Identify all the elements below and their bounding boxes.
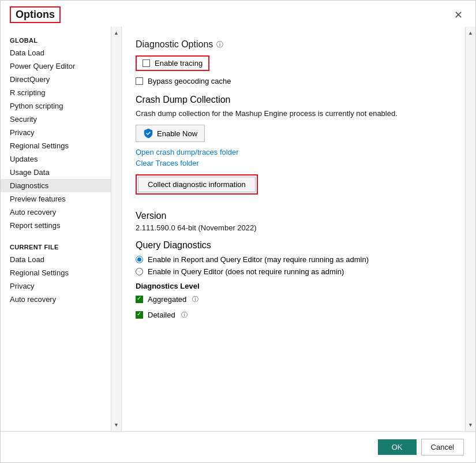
sidebar-item-diagnostics[interactable]: Diagnostics	[1, 179, 111, 192]
current-file-section-label: CURRENT FILE	[1, 238, 111, 253]
sidebar-item-usage-data[interactable]: Usage Data	[1, 166, 111, 179]
sidebar-scrollbar: ▲ ▼	[111, 27, 121, 431]
open-crash-dump-link[interactable]: Open crash dump/traces folder	[136, 148, 451, 156]
sidebar-item-power-query-editor[interactable]: Power Query Editor	[1, 59, 111, 73]
diagnostics-level-title: Diagnostics Level	[136, 282, 451, 290]
global-section-label: GLOBAL	[1, 31, 111, 46]
sidebar-scroll-up[interactable]: ▲	[111, 28, 121, 38]
sidebar-item-cf-regional-settings[interactable]: Regional Settings	[1, 266, 111, 279]
crash-dump-desc: Crash dump collection for the Mashup Eng…	[136, 109, 451, 119]
radio-enable-query-only[interactable]	[136, 268, 143, 275]
sidebar-item-preview-features[interactable]: Preview features	[1, 192, 111, 206]
bypass-geocoding-label: Bypass geocoding cache	[148, 77, 231, 85]
dialog-body: GLOBAL Data Load Power Query Editor Dire…	[1, 27, 475, 431]
query-diagnostics-section: Query Diagnostics Enable in Report and Q…	[136, 240, 451, 320]
shield-icon	[143, 128, 153, 139]
enable-now-label: Enable Now	[157, 129, 197, 138]
enable-tracing-checkbox[interactable]	[143, 59, 150, 67]
ok-button[interactable]: OK	[378, 439, 417, 455]
radio-label-2: Enable in Query Editor (does not require…	[148, 267, 344, 276]
content-scroll-down[interactable]: ▼	[466, 420, 475, 430]
aggregated-row: Aggregated ⓘ	[136, 294, 451, 305]
crash-dump-section: Crash Dump Collection Crash dump collect…	[136, 95, 451, 203]
crash-dump-title: Crash Dump Collection	[136, 95, 451, 105]
cancel-button[interactable]: Cancel	[421, 439, 464, 455]
aggregated-info-icon[interactable]: ⓘ	[192, 295, 198, 304]
content-area: Diagnostic Options ⓘ Enable tracing Bypa…	[122, 27, 475, 431]
content-scroll-up[interactable]: ▲	[466, 28, 475, 38]
sidebar-item-python-scripting[interactable]: Python scripting	[1, 99, 111, 113]
detailed-checkbox[interactable]	[136, 311, 143, 319]
sidebar-item-r-scripting[interactable]: R scripting	[1, 86, 111, 99]
enable-now-button[interactable]: Enable Now	[136, 125, 205, 142]
title-bar: Options ✕	[1, 1, 475, 27]
close-button[interactable]: ✕	[451, 9, 466, 21]
radio-label-1: Enable in Report and Query Editor (may r…	[148, 255, 369, 264]
detailed-info-icon[interactable]: ⓘ	[181, 311, 188, 319]
detailed-row: Detailed ⓘ	[136, 309, 451, 320]
collect-diagnostic-button[interactable]: Collect diagnostic information	[138, 177, 256, 192]
sidebar-scroll-down[interactable]: ▼	[111, 420, 121, 430]
radio-enable-report-query[interactable]	[136, 256, 143, 263]
sidebar-item-report-settings[interactable]: Report settings	[1, 219, 111, 232]
sidebar-item-security[interactable]: Security	[1, 113, 111, 126]
enable-tracing-row: Enable tracing	[136, 55, 209, 71]
sidebar-inner: GLOBAL Data Load Power Query Editor Dire…	[1, 27, 111, 431]
sidebar-item-updates[interactable]: Updates	[1, 152, 111, 166]
sidebar-item-cf-auto-recovery[interactable]: Auto recovery	[1, 293, 111, 306]
version-text: 2.111.590.0 64-bit (November 2022)	[136, 223, 451, 232]
sidebar: GLOBAL Data Load Power Query Editor Dire…	[1, 27, 122, 431]
sidebar-item-directquery[interactable]: DirectQuery	[1, 73, 111, 86]
detailed-label: Detailed	[148, 311, 175, 319]
diagnostics-level-section: Diagnostics Level Aggregated ⓘ Detailed …	[136, 282, 451, 320]
sidebar-item-data-load[interactable]: Data Load	[1, 46, 111, 59]
content-inner: Diagnostic Options ⓘ Enable tracing Bypa…	[122, 27, 465, 431]
query-diag-title: Query Diagnostics	[136, 240, 451, 251]
version-section: Version 2.111.590.0 64-bit (November 202…	[136, 211, 451, 232]
clear-traces-link[interactable]: Clear Traces folder	[136, 159, 451, 167]
bypass-geocoding-row: Bypass geocoding cache	[136, 76, 451, 87]
sidebar-item-cf-data-load[interactable]: Data Load	[1, 253, 111, 266]
version-title: Version	[136, 211, 451, 221]
collect-diagnostic-wrapper: Collect diagnostic information	[136, 174, 258, 195]
radio-row-2: Enable in Query Editor (does not require…	[136, 267, 451, 276]
enable-tracing-label: Enable tracing	[155, 59, 203, 68]
aggregated-label: Aggregated	[148, 295, 186, 304]
radio-row-1: Enable in Report and Query Editor (may r…	[136, 255, 451, 264]
sidebar-item-cf-privacy[interactable]: Privacy	[1, 279, 111, 293]
sidebar-item-privacy[interactable]: Privacy	[1, 126, 111, 139]
dialog-title: Options	[10, 6, 61, 23]
sidebar-item-regional-settings[interactable]: Regional Settings	[1, 139, 111, 152]
options-dialog: Options ✕ GLOBAL Data Load Power Query E…	[0, 0, 476, 463]
diagnostic-options-info-icon[interactable]: ⓘ	[216, 40, 223, 50]
section-title: Diagnostic Options ⓘ	[136, 39, 451, 50]
content-scrollbar: ▲ ▼	[465, 27, 475, 431]
sidebar-item-auto-recovery[interactable]: Auto recovery	[1, 206, 111, 219]
bypass-geocoding-checkbox[interactable]	[136, 77, 143, 85]
dialog-footer: OK Cancel	[1, 431, 475, 462]
aggregated-checkbox[interactable]	[136, 296, 143, 303]
